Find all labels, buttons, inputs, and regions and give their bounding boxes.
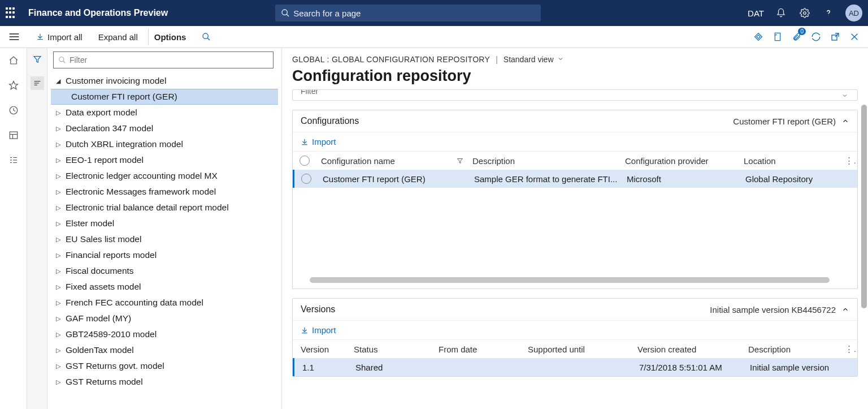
tree-item[interactable]: ▷Data export model [51, 105, 278, 120]
versions-import-button[interactable]: Import [301, 325, 336, 335]
versions-title: Versions [301, 304, 335, 315]
tree[interactable]: ◢ Customer invoicing model Customer FTI … [51, 73, 278, 409]
col-supported[interactable]: Supported until [523, 345, 633, 354]
caret-right-icon[interactable]: ▷ [54, 346, 62, 354]
tree-item[interactable]: ▷Fiscal documents [51, 263, 278, 279]
tree-item[interactable]: ▷GAF model (MY) [51, 311, 278, 326]
col-name[interactable]: Configuration name [316, 156, 452, 166]
funnel-icon[interactable] [31, 53, 44, 66]
tree-item-label: Customer FTI report (GER) [71, 92, 177, 102]
caret-right-icon[interactable]: ▷ [54, 378, 62, 386]
caret-right-icon[interactable]: ▷ [54, 235, 62, 243]
more-icon[interactable]: ⋮ [840, 344, 857, 354]
row-desc: Sample GER format to generate FTI... [470, 174, 622, 184]
caret-right-icon[interactable]: ▷ [54, 251, 62, 259]
chevron-up-icon[interactable] [841, 117, 849, 125]
user-avatar[interactable]: AD [845, 5, 862, 21]
hamburger-icon[interactable] [2, 32, 26, 41]
tree-item[interactable]: ▷Electronic trial balance detail report … [51, 200, 278, 216]
view-selector[interactable]: Standard view [504, 55, 565, 64]
row-radio[interactable] [294, 174, 318, 184]
global-search[interactable]: Search for a page [275, 5, 541, 21]
configs-import-button[interactable]: Import [301, 137, 336, 147]
col-prov[interactable]: Configuration provider [620, 156, 739, 166]
caret-right-icon[interactable]: ▷ [54, 267, 62, 275]
refresh-icon[interactable] [809, 30, 823, 44]
tree-item[interactable]: ▷GBT24589-2010 model [51, 326, 278, 342]
close-icon[interactable] [848, 30, 861, 44]
caret-down-icon[interactable]: ◢ [54, 77, 62, 85]
tree-item[interactable]: ▷Declaration 347 model [51, 120, 278, 136]
col-from[interactable]: From date [434, 345, 523, 354]
modules-icon[interactable] [7, 153, 20, 167]
tree-item[interactable]: ▷Electronic ledger accounting model MX [51, 168, 278, 184]
diamond-icon[interactable] [752, 30, 765, 44]
attachments-icon[interactable]: 0 [790, 30, 804, 44]
tree-item[interactable]: ▷Fixed assets model [51, 279, 278, 295]
expand-all-button[interactable]: Expand all [93, 29, 144, 45]
bell-icon[interactable] [774, 6, 788, 20]
col-version[interactable]: Version [296, 345, 349, 354]
caret-right-icon[interactable]: ▷ [54, 315, 62, 322]
caret-right-icon[interactable]: ▷ [54, 188, 62, 196]
col-created[interactable]: Version created [633, 345, 744, 354]
caret-right-icon[interactable]: ▷ [54, 140, 62, 148]
chevron-down-icon[interactable] [841, 92, 849, 100]
vertical-scrollbar[interactable] [861, 105, 867, 409]
home-icon[interactable] [7, 54, 20, 67]
breadcrumb[interactable]: GLOBAL : GLOBAL CONFIGURATION REPOSITORY [292, 55, 490, 64]
help-icon[interactable] [822, 6, 835, 20]
versions-section: Versions Initial sample version KB445672… [292, 298, 858, 377]
search-icon [58, 56, 66, 64]
tree-item[interactable]: ▷EEO-1 report model [51, 152, 278, 168]
tree-item-selected[interactable]: Customer FTI report (GER) [51, 89, 278, 105]
chevron-up-icon[interactable] [841, 305, 849, 313]
tree-item[interactable]: ▷Elster model [51, 216, 278, 231]
app-launcher-icon[interactable] [6, 7, 17, 19]
caret-right-icon[interactable]: ▷ [54, 156, 62, 164]
caret-right-icon[interactable]: ▷ [54, 172, 62, 180]
caret-right-icon[interactable]: ▷ [54, 204, 62, 212]
gear-icon[interactable] [798, 6, 811, 20]
popout-icon[interactable] [828, 30, 842, 44]
action-search-button[interactable] [196, 29, 216, 45]
funnel-icon[interactable] [452, 157, 468, 165]
select-all-radio[interactable] [293, 156, 316, 166]
tree-item[interactable]: ▷GST Returns model [51, 374, 278, 390]
org-label[interactable]: DAT [748, 8, 764, 18]
tree-item[interactable]: ▷Dutch XBRL integration model [51, 136, 278, 152]
caret-right-icon[interactable]: ▷ [54, 362, 62, 370]
import-all-button[interactable]: Import all [31, 29, 88, 45]
col-vdesc[interactable]: Description [744, 345, 840, 354]
tree-item[interactable]: ▷French FEC accounting data model [51, 295, 278, 311]
workspace-icon[interactable] [7, 128, 20, 142]
versions-row[interactable]: 1.1 Shared 7/31/2018 5:51:01 AM Initial … [293, 358, 857, 376]
tree-root[interactable]: ◢ Customer invoicing model [51, 73, 278, 89]
lines-icon[interactable] [31, 76, 44, 90]
tree-item[interactable]: ▷Financial reports model [51, 247, 278, 263]
caret-right-icon[interactable]: ▷ [54, 124, 62, 132]
caret-right-icon[interactable]: ▷ [54, 283, 62, 291]
caret-right-icon[interactable]: ▷ [54, 299, 62, 307]
tree-item[interactable]: ▷EU Sales list model [51, 231, 278, 247]
action-bar: Import all Expand all Options 0 [0, 26, 868, 48]
star-icon[interactable] [7, 79, 20, 92]
horizontal-scrollbar[interactable] [298, 277, 852, 284]
office-icon[interactable] [771, 30, 784, 44]
col-desc[interactable]: Description [468, 156, 620, 166]
caret-right-icon[interactable]: ▷ [54, 109, 62, 117]
tree-item-label: Electronic ledger accounting model MX [66, 171, 218, 181]
svg-point-0 [282, 10, 287, 15]
more-icon[interactable]: ⋮ [840, 156, 857, 166]
tree-item[interactable]: ▷Electronic Messages framework model [51, 184, 278, 200]
caret-right-icon[interactable]: ▷ [54, 330, 62, 338]
options-button[interactable]: Options [148, 29, 192, 45]
tree-item[interactable]: ▷GST Returns govt. model [51, 358, 278, 374]
caret-right-icon[interactable]: ▷ [54, 219, 62, 227]
tree-item[interactable]: ▷GoldenTax model [51, 342, 278, 358]
configs-row[interactable]: Customer FTI report (GER) Sample GER for… [293, 170, 857, 188]
col-status[interactable]: Status [349, 345, 434, 354]
tree-filter-input[interactable]: Filter [53, 51, 274, 68]
col-loc[interactable]: Location [739, 156, 840, 166]
recent-icon[interactable] [7, 104, 20, 117]
